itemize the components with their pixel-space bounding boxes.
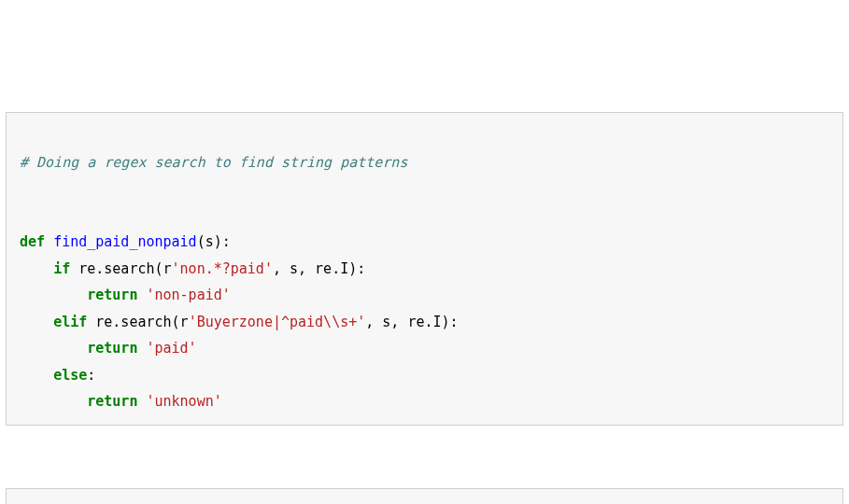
keyword-elif: elif [53,314,87,330]
string-literal: 'paid' [146,340,196,357]
keyword-def: def [20,233,45,250]
colon: : [87,367,95,384]
code-cell-1: # Doing a regex search to find string pa… [6,112,843,426]
code-text: , s, re.I): [273,260,365,277]
signature: (s): [197,233,231,250]
keyword-if: if [53,260,70,277]
keyword-return: return [87,393,137,410]
function-name: find_paid_nonpaid [53,233,197,250]
code-text: , s, re.I): [365,314,458,330]
code-cell-2: %%timeit # our old friend .apply() df['l… [6,488,843,505]
keyword-return: return [87,340,137,357]
keyword-else: else [53,367,87,384]
keyword-return: return [87,287,137,303]
comment-line: # Doing a regex search to find string pa… [20,154,407,171]
code-text: re.search(r [70,260,171,277]
code-text: re.search(r [87,314,188,330]
string-literal: 'non-paid' [146,287,230,303]
string-literal: 'Buyerzone|^paid\\s+' [189,314,366,330]
string-literal: 'unknown' [146,393,221,410]
string-literal: 'non.*?paid' [172,260,273,277]
